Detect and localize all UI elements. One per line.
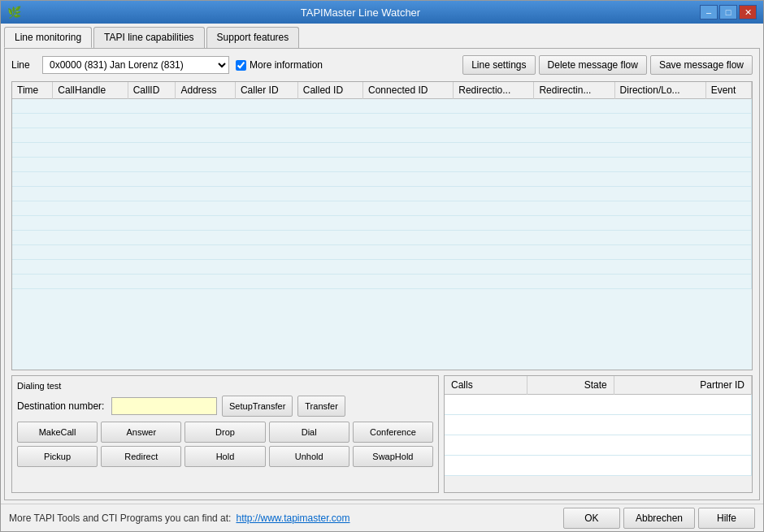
calls-header-row: Calls State Partner ID <box>445 376 752 395</box>
cancel-button[interactable]: Abbrechen <box>623 508 695 529</box>
event-table: Time CallHandle CallID Address Caller ID… <box>12 82 752 289</box>
transfer-button[interactable]: Transfer <box>297 396 345 417</box>
footer-buttons: OK Abbrechen Hilfe <box>563 508 755 529</box>
swaphold-button[interactable]: SwapHold <box>353 446 433 467</box>
table-row <box>12 216 752 231</box>
bottom-section: Dialing test Destination number: SetupTr… <box>11 375 753 493</box>
calls-panel: Calls State Partner ID <box>444 375 753 493</box>
header-row: Time CallHandle CallID Address Caller ID… <box>12 82 752 99</box>
line-row: Line 0x0000 (831) Jan Lorenz (831) More … <box>11 55 753 75</box>
tab-content-line-monitoring: Line 0x0000 (831) Jan Lorenz (831) More … <box>4 48 760 500</box>
table-row <box>12 158 752 172</box>
dialing-test-panel: Dialing test Destination number: SetupTr… <box>11 375 439 493</box>
tab-line-monitoring[interactable]: Line monitoring <box>4 27 92 48</box>
table-row <box>12 143 752 158</box>
col-callhandle: CallHandle <box>53 82 128 99</box>
delete-message-flow-button[interactable]: Delete message flow <box>539 55 647 75</box>
table-row <box>445 456 752 476</box>
save-message-flow-button[interactable]: Save message flow <box>650 55 753 75</box>
dest-number-label: Destination number: <box>17 400 106 412</box>
col-callid: CallID <box>128 82 176 99</box>
col-calls: Calls <box>445 376 527 395</box>
minimize-button[interactable]: – <box>700 5 718 19</box>
table-row <box>445 395 752 415</box>
makecall-button[interactable]: MakeCall <box>17 422 98 443</box>
unhold-button[interactable]: Unhold <box>269 446 349 467</box>
col-address: Address <box>176 82 235 99</box>
drop-button[interactable]: Drop <box>184 422 265 443</box>
calls-table-header: Calls State Partner ID <box>445 376 752 395</box>
tab-bar: Line monitoring TAPI line capabilities S… <box>4 27 760 48</box>
setup-transfer-button[interactable]: SetupTransfer <box>222 396 293 417</box>
dial-button[interactable]: Dial <box>269 422 349 443</box>
col-caller-id: Caller ID <box>235 82 297 99</box>
col-state: State <box>527 376 614 395</box>
answer-button[interactable]: Answer <box>101 422 181 443</box>
main-window: 🌿 TAPIMaster Line Watcher – □ ✕ Line mon… <box>0 0 764 532</box>
tab-tapi-capabilities[interactable]: TAPI line capabilities <box>93 27 205 48</box>
col-partner-id: Partner ID <box>614 376 751 395</box>
col-connected-id: Connected ID <box>363 82 454 99</box>
table-row <box>12 231 752 245</box>
col-time: Time <box>12 82 53 99</box>
hold-button[interactable]: Hold <box>184 446 265 467</box>
footer: More TAPI Tools and CTI Programs you can… <box>1 504 763 531</box>
dialing-test-title: Dialing test <box>17 381 433 391</box>
event-table-body <box>12 99 752 289</box>
event-table-header: Time CallHandle CallID Address Caller ID… <box>12 82 752 99</box>
line-label: Line <box>11 59 36 71</box>
redirect-button[interactable]: Redirect <box>101 446 181 467</box>
window-controls: – □ ✕ <box>700 5 757 19</box>
table-row <box>12 260 752 275</box>
help-button[interactable]: Hilfe <box>698 508 755 529</box>
window-title: TAPIMaster Line Watcher <box>21 6 700 19</box>
table-row <box>12 275 752 289</box>
footer-link[interactable]: http://www.tapimaster.com <box>236 513 349 524</box>
title-bar: 🌿 TAPIMaster Line Watcher – □ ✕ <box>1 1 763 24</box>
close-button[interactable]: ✕ <box>739 5 757 19</box>
calls-table-body <box>445 395 752 476</box>
table-row <box>12 187 752 201</box>
table-row <box>12 128 752 143</box>
toolbar-buttons: Line settings Delete message flow Save m… <box>462 55 753 75</box>
tab-support-features[interactable]: Support features <box>206 27 300 48</box>
destination-row: Destination number: SetupTransfer Transf… <box>17 396 433 417</box>
more-info-checkbox-label[interactable]: More information <box>236 59 323 71</box>
col-event: Event <box>705 82 751 99</box>
table-row <box>12 201 752 216</box>
table-row <box>445 415 752 435</box>
calls-table: Calls State Partner ID <box>445 376 752 476</box>
more-info-checkbox[interactable] <box>236 60 246 71</box>
table-row <box>445 435 752 456</box>
line-select[interactable]: 0x0000 (831) Jan Lorenz (831) <box>42 56 229 74</box>
col-redirectio: Redirectio... <box>454 82 534 99</box>
table-row <box>12 245 752 260</box>
footer-text: More TAPI Tools and CTI Programs you can… <box>9 513 231 524</box>
content-area: Line monitoring TAPI line capabilities S… <box>1 24 763 504</box>
table-row <box>12 99 752 114</box>
pickup-button[interactable]: Pickup <box>17 446 98 467</box>
main-table-area: Time CallHandle CallID Address Caller ID… <box>11 81 753 493</box>
col-called-id: Called ID <box>297 82 362 99</box>
window-icon: 🌿 <box>7 6 21 19</box>
table-row <box>12 172 752 187</box>
table-row <box>12 114 752 128</box>
col-direction: Direction/Lo... <box>614 82 705 99</box>
event-table-container[interactable]: Time CallHandle CallID Address Caller ID… <box>11 81 753 370</box>
dest-number-input[interactable] <box>111 397 217 415</box>
col-redirectin: Redirectin... <box>534 82 614 99</box>
more-info-label: More information <box>250 59 323 71</box>
restore-button[interactable]: □ <box>719 5 737 19</box>
conference-button[interactable]: Conference <box>353 422 433 443</box>
line-settings-button[interactable]: Line settings <box>462 55 535 75</box>
ok-button[interactable]: OK <box>563 508 620 529</box>
